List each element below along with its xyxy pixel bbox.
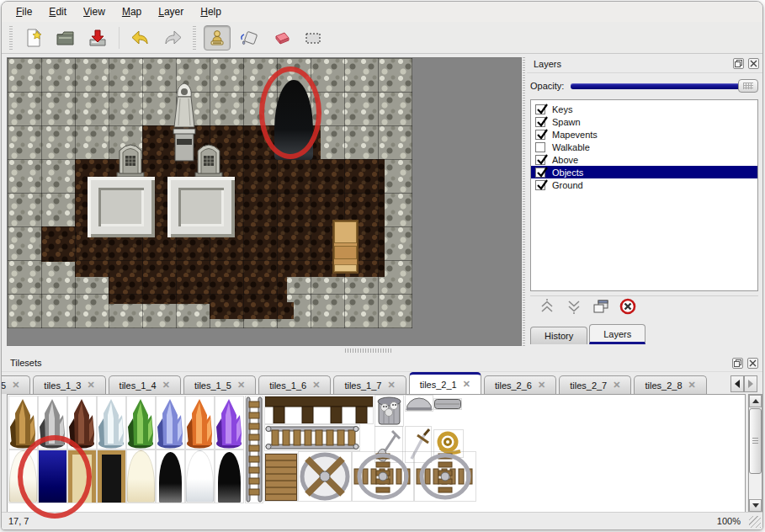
tile-crystal-silver[interactable] <box>39 396 66 449</box>
tile-stone-beam[interactable] <box>434 399 461 409</box>
tab-close-icon[interactable]: ✕ <box>613 380 620 391</box>
layer-row-ground[interactable]: Ground <box>531 178 757 191</box>
tileset-content[interactable] <box>7 394 746 513</box>
scroll-up-button[interactable] <box>749 395 762 407</box>
menu-layer[interactable]: Layer <box>151 3 191 20</box>
tileset-tab-5[interactable]: 5✕ <box>2 375 30 394</box>
close-panel-button[interactable] <box>748 58 759 69</box>
move-layer-up-button[interactable] <box>539 300 555 317</box>
toolbar-grip[interactable] <box>8 26 14 50</box>
layer-row-above[interactable]: Above <box>531 153 757 166</box>
tab-close-icon[interactable]: ✕ <box>538 380 545 391</box>
tile-crystal-umber[interactable] <box>68 396 96 449</box>
tileset-tab-tiles_2_1[interactable]: tiles_2_1✕ <box>409 372 481 394</box>
move-layer-down-button[interactable] <box>566 300 582 317</box>
scroll-tabs-right-button[interactable] <box>744 375 757 392</box>
eraser-tool-button[interactable] <box>268 25 295 51</box>
tileset-tab-tiles_1_7[interactable]: tiles_1_7✕ <box>333 375 406 394</box>
tile-skull-barrel[interactable] <box>375 396 403 426</box>
tile-crystal-green[interactable] <box>127 396 155 449</box>
tileset-vertical-scrollbar[interactable] <box>748 394 762 513</box>
layer-row-walkable[interactable]: Walkable <box>531 141 757 153</box>
map-canvas[interactable] <box>8 58 412 328</box>
tileset-tab-tiles_1_5[interactable]: tiles_1_5✕ <box>183 375 256 394</box>
float-panel-button[interactable] <box>733 58 744 69</box>
menu-view[interactable]: View <box>76 3 113 20</box>
tile-rail-turntable[interactable] <box>299 452 351 501</box>
tile-tile-cave-mouth[interactable] <box>215 450 243 503</box>
save-file-button[interactable] <box>84 25 111 51</box>
tile-tile-door-frame[interactable] <box>68 450 96 503</box>
tile-rail-horizontal[interactable] <box>265 425 359 450</box>
crate[interactable] <box>332 220 359 274</box>
open-file-button[interactable] <box>52 25 79 51</box>
close-tilesets-button[interactable] <box>747 358 758 369</box>
menu-file[interactable]: File <box>8 3 40 20</box>
tab-close-icon[interactable]: ✕ <box>12 380 19 391</box>
tile-crystal-orange[interactable] <box>186 396 214 449</box>
splitter-grip[interactable] <box>345 348 392 353</box>
tile-rail-vertical[interactable] <box>246 396 263 503</box>
tab-close-icon[interactable]: ✕ <box>688 380 696 391</box>
delete-layer-button[interactable] <box>619 300 636 317</box>
tab-history[interactable]: History <box>530 327 587 344</box>
tab-close-icon[interactable]: ✕ <box>312 380 320 391</box>
tile-wood-planks[interactable] <box>265 454 297 501</box>
cave-entrance[interactable] <box>274 80 313 160</box>
tombstone-right[interactable] <box>194 138 224 178</box>
float-tilesets-button[interactable] <box>732 358 743 369</box>
tileset-tab-tiles_2_6[interactable]: tiles_2_6✕ <box>484 375 556 394</box>
tile-tile-arch-cream[interactable] <box>127 450 155 503</box>
tile-tile-arch-white[interactable] <box>186 450 214 503</box>
tile-crystal-purple[interactable] <box>215 396 243 449</box>
layer-checkbox[interactable] <box>535 104 545 114</box>
tile-tile-selected-navy[interactable] <box>39 450 66 503</box>
menu-help[interactable]: Help <box>193 3 229 20</box>
tab-close-icon[interactable]: ✕ <box>87 380 94 391</box>
tile-crystal-gold[interactable] <box>9 396 37 449</box>
layer-row-spawn[interactable]: Spawn <box>531 115 757 128</box>
tile-rail-junction-right[interactable] <box>415 452 475 501</box>
tile-rail-junction-left[interactable] <box>353 452 413 501</box>
new-file-button[interactable] <box>20 25 47 51</box>
undo-button[interactable] <box>127 25 154 51</box>
platform-left[interactable] <box>88 177 155 237</box>
stamp-tool-button[interactable] <box>204 25 231 51</box>
tile-tile-ghost-arch[interactable] <box>9 450 37 503</box>
opacity-slider[interactable] <box>571 79 758 93</box>
tileset-tab-tiles_1_4[interactable]: tiles_1_4✕ <box>109 375 181 394</box>
layer-row-keys[interactable]: Keys <box>531 103 757 115</box>
tab-close-icon[interactable]: ✕ <box>387 380 395 391</box>
layer-checkbox[interactable] <box>535 180 545 190</box>
opacity-slider-handle[interactable] <box>738 79 758 93</box>
menu-edit[interactable]: Edit <box>41 3 74 20</box>
tab-close-icon[interactable]: ✕ <box>162 380 170 391</box>
tile-wood-beams[interactable] <box>265 396 373 423</box>
tab-close-icon[interactable]: ✕ <box>237 380 245 391</box>
redo-button[interactable] <box>159 25 186 51</box>
tileset-tab-tiles_2_8[interactable]: tiles_2_8✕ <box>634 375 706 394</box>
toolbar-grip[interactable] <box>192 26 198 50</box>
layer-checkbox[interactable] <box>535 155 545 165</box>
menu-map[interactable]: Map <box>114 3 149 20</box>
tile-tile-arch-black[interactable] <box>157 450 184 503</box>
layer-checkbox[interactable] <box>535 130 545 140</box>
select-tool-button[interactable] <box>300 25 327 51</box>
layer-row-objects[interactable]: Objects <box>531 166 757 178</box>
scrollbar-thumb[interactable] <box>749 408 762 474</box>
tab-close-icon[interactable]: ✕ <box>463 379 470 390</box>
opacity-slider-track[interactable] <box>571 83 758 89</box>
tileset-tab-tiles_2_7[interactable]: tiles_2_7✕ <box>559 375 631 394</box>
duplicate-layer-button[interactable] <box>592 300 609 317</box>
layer-checkbox[interactable] <box>535 142 545 152</box>
fill-tool-button[interactable] <box>236 25 263 51</box>
scroll-tabs-left-button[interactable] <box>730 375 744 392</box>
resize-grip[interactable] <box>749 516 761 528</box>
tombstone-left[interactable] <box>115 138 146 178</box>
tile-crystal-blue[interactable] <box>157 396 184 449</box>
scroll-down-button[interactable] <box>749 499 762 512</box>
tile-crystal-ice[interactable] <box>98 396 125 449</box>
layer-checkbox[interactable] <box>535 168 545 178</box>
layer-checkbox[interactable] <box>535 117 545 127</box>
layer-row-mapevents[interactable]: Mapevents <box>531 128 757 141</box>
